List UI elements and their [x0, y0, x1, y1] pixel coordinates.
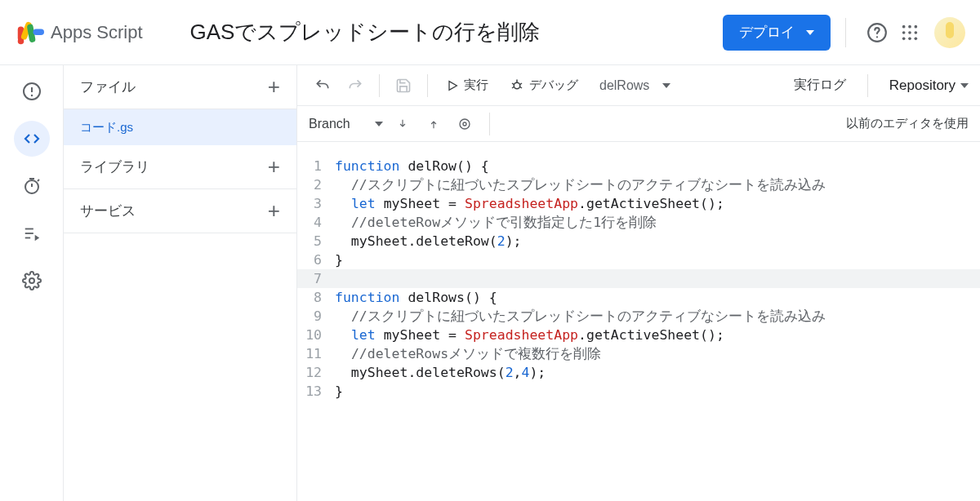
- code-text[interactable]: //deleteRowsメソッドで複数行を削除: [335, 344, 601, 363]
- line-number: 7: [297, 269, 335, 288]
- code-text[interactable]: }: [335, 382, 343, 401]
- code-line[interactable]: 3 let mySheet = SpreadsheetApp.getActive…: [297, 194, 980, 213]
- save-button[interactable]: [390, 72, 417, 100]
- svg-point-18: [30, 95, 32, 96]
- deploy-button[interactable]: デプロイ: [723, 15, 831, 51]
- executions-nav-icon[interactable]: [14, 215, 50, 251]
- pull-button[interactable]: [391, 113, 414, 135]
- apps-grid-icon[interactable]: [893, 16, 926, 49]
- branch-settings-icon[interactable]: [453, 113, 476, 135]
- code-line[interactable]: 5 mySheet.deleteRow(2);: [297, 232, 980, 250]
- code-line[interactable]: 1function delRow() {: [297, 157, 980, 175]
- line-number: 12: [297, 363, 335, 382]
- svg-point-10: [902, 31, 906, 34]
- library-label: ライブラリ: [80, 157, 149, 176]
- debug-button[interactable]: デバッグ: [501, 72, 586, 100]
- settings-nav-icon[interactable]: [14, 263, 50, 299]
- code-line[interactable]: 2 //スクリプトに紐づいたスプレッドシートのアクティブなシートを読み込み: [297, 175, 980, 194]
- overview-nav-icon[interactable]: [14, 73, 50, 109]
- help-icon[interactable]: [861, 16, 893, 49]
- line-number: 13: [297, 382, 335, 401]
- svg-point-13: [902, 37, 906, 40]
- code-text[interactable]: let mySheet = SpreadsheetApp.getActiveSh…: [335, 194, 724, 213]
- code-line[interactable]: 9 //スクリプトに紐づいたスプレッドシートのアクティブなシートを読み込み: [297, 307, 980, 326]
- code-text[interactable]: let mySheet = SpreadsheetApp.getActiveSh…: [335, 326, 724, 344]
- branch-label: Branch: [309, 117, 350, 131]
- code-text[interactable]: }: [335, 250, 343, 269]
- services-header: サービス +: [64, 189, 296, 233]
- svg-point-12: [915, 31, 918, 34]
- execution-log-button[interactable]: 実行ログ: [794, 77, 846, 94]
- triggers-nav-icon[interactable]: [14, 168, 50, 204]
- svg-point-9: [915, 24, 918, 28]
- repository-dropdown[interactable]: Repository: [889, 78, 969, 94]
- code-line[interactable]: 12 mySheet.deleteRows(2,4);: [297, 363, 980, 382]
- play-icon: [446, 79, 459, 92]
- line-number: 9: [297, 307, 335, 326]
- code-line[interactable]: 6}: [297, 250, 980, 269]
- project-title[interactable]: GASでスプレッドシートの行を削除: [190, 18, 541, 47]
- code-text[interactable]: //スクリプトに紐づいたスプレッドシートのアクティブなシートを読み込み: [335, 175, 826, 194]
- code-text[interactable]: //deleteRowメソッドで引数指定した1行を削除: [335, 213, 657, 232]
- divider: [379, 74, 380, 97]
- line-number: 1: [297, 157, 335, 175]
- file-item-code-gs[interactable]: コード.gs: [64, 109, 296, 145]
- code-text[interactable]: mySheet.deleteRows(2,4);: [335, 363, 546, 382]
- editor-toolbar: 実行 デバッグ delRows 実行ログ Repository: [297, 65, 980, 106]
- svg-rect-4: [33, 29, 45, 35]
- svg-point-15: [915, 37, 918, 40]
- product-logo[interactable]: Apps Script: [15, 18, 143, 47]
- bug-icon: [510, 78, 524, 93]
- svg-line-31: [512, 83, 514, 85]
- deploy-label: デプロイ: [739, 23, 795, 42]
- files-header: ファイル +: [64, 65, 296, 109]
- line-number: 5: [297, 232, 335, 250]
- code-line[interactable]: 8function delRows() {: [297, 288, 980, 307]
- code-line[interactable]: 11 //deleteRowsメソッドで複数行を削除: [297, 344, 980, 363]
- undo-button[interactable]: [309, 72, 336, 100]
- library-header: ライブラリ +: [64, 145, 296, 189]
- line-number: 4: [297, 213, 335, 232]
- run-label: 実行: [464, 78, 488, 93]
- left-nav: [0, 65, 64, 501]
- add-service-button[interactable]: +: [268, 198, 280, 224]
- add-file-button[interactable]: +: [268, 74, 280, 100]
- code-text[interactable]: function delRows() {: [335, 288, 497, 307]
- product-name: Apps Script: [51, 22, 143, 43]
- svg-marker-26: [34, 235, 38, 241]
- redo-button[interactable]: [341, 72, 369, 100]
- chevron-down-icon: [806, 30, 814, 35]
- line-number: 10: [297, 326, 335, 344]
- code-line[interactable]: 4 //deleteRowメソッドで引数指定した1行を削除: [297, 213, 980, 232]
- legacy-editor-link[interactable]: 以前のエディタを使用: [846, 116, 969, 131]
- code-line[interactable]: 10 let mySheet = SpreadsheetApp.getActiv…: [297, 326, 980, 344]
- debug-label: デバッグ: [529, 78, 578, 93]
- account-avatar[interactable]: [934, 17, 965, 48]
- line-number: 2: [297, 175, 335, 194]
- line-number: 6: [297, 250, 335, 269]
- svg-point-29: [514, 82, 520, 89]
- editor-nav-icon[interactable]: [14, 121, 50, 157]
- editor-pane: 実行 デバッグ delRows 実行ログ Repository Branch: [297, 65, 980, 501]
- svg-line-22: [38, 180, 39, 181]
- run-button[interactable]: 実行: [438, 72, 497, 100]
- svg-point-36: [460, 119, 470, 129]
- code-text[interactable]: function delRow() {: [335, 157, 489, 175]
- code-text[interactable]: mySheet.deleteRow(2);: [335, 232, 522, 250]
- apps-script-icon: [15, 18, 44, 47]
- add-library-button[interactable]: +: [268, 154, 280, 180]
- function-selector[interactable]: delRows: [591, 78, 679, 93]
- code-line[interactable]: 13}: [297, 382, 980, 401]
- files-label: ファイル: [80, 78, 136, 96]
- files-pane: ファイル + コード.gs ライブラリ + サービス +: [64, 65, 297, 501]
- svg-point-8: [908, 24, 911, 28]
- svg-line-33: [512, 86, 514, 88]
- svg-line-34: [520, 86, 522, 88]
- code-editor[interactable]: 1function delRow() {2 //スクリプトに紐づいたスプレッドシ…: [297, 142, 980, 501]
- push-button[interactable]: [422, 113, 445, 135]
- code-text[interactable]: //スクリプトに紐づいたスプレッドシートのアクティブなシートを読み込み: [335, 307, 826, 326]
- svg-point-35: [463, 122, 466, 126]
- code-line[interactable]: 7: [297, 269, 980, 288]
- svg-point-7: [902, 24, 906, 28]
- branch-dropdown-icon[interactable]: [375, 122, 383, 126]
